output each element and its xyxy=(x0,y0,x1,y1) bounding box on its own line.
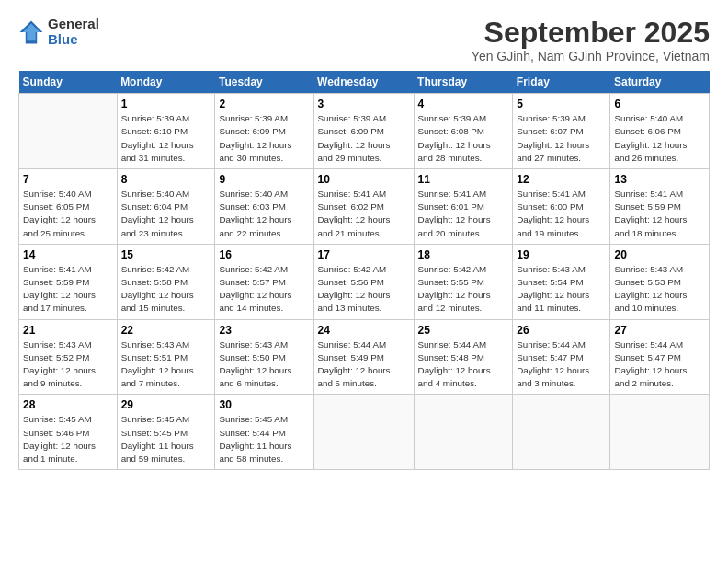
day-cell: 14Sunrise: 5:41 AMSunset: 5:59 PMDayligh… xyxy=(19,244,118,319)
day-info: Sunrise: 5:43 AMSunset: 5:54 PMDaylight:… xyxy=(517,263,606,316)
day-cell: 30Sunrise: 5:45 AMSunset: 5:44 PMDayligh… xyxy=(215,395,313,470)
day-info: Sunrise: 5:39 AMSunset: 6:09 PMDaylight:… xyxy=(318,112,410,165)
day-number: 23 xyxy=(219,324,309,337)
day-header-wednesday: Wednesday xyxy=(313,71,414,94)
day-cell: 15Sunrise: 5:42 AMSunset: 5:58 PMDayligh… xyxy=(117,244,215,319)
title-block: September 2025 Yen GJinh, Nam GJinh Prov… xyxy=(472,17,710,63)
day-number: 14 xyxy=(23,248,113,261)
day-cell: 12Sunrise: 5:41 AMSunset: 6:00 PMDayligh… xyxy=(513,169,610,245)
day-number: 12 xyxy=(517,173,606,186)
day-cell: 23Sunrise: 5:43 AMSunset: 5:50 PMDayligh… xyxy=(215,319,313,395)
day-cell: 24Sunrise: 5:44 AMSunset: 5:49 PMDayligh… xyxy=(313,319,414,395)
day-number: 19 xyxy=(517,248,606,261)
day-cell xyxy=(513,395,610,470)
day-header-saturday: Saturday xyxy=(610,71,710,94)
logo-text: General Blue xyxy=(48,17,99,47)
day-info: Sunrise: 5:42 AMSunset: 5:57 PMDaylight:… xyxy=(219,263,309,316)
day-info: Sunrise: 5:44 AMSunset: 5:47 PMDaylight:… xyxy=(517,339,606,391)
day-info: Sunrise: 5:39 AMSunset: 6:08 PMDaylight:… xyxy=(418,112,509,165)
day-number: 21 xyxy=(23,324,113,337)
day-number: 29 xyxy=(121,398,211,411)
day-number: 30 xyxy=(219,398,309,411)
day-header-friday: Friday xyxy=(513,71,610,94)
day-info: Sunrise: 5:40 AMSunset: 6:04 PMDaylight:… xyxy=(121,188,211,240)
week-row-4: 21Sunrise: 5:43 AMSunset: 5:52 PMDayligh… xyxy=(19,319,710,395)
day-info: Sunrise: 5:39 AMSunset: 6:07 PMDaylight:… xyxy=(517,112,606,165)
day-number: 2 xyxy=(219,98,309,110)
day-cell: 17Sunrise: 5:42 AMSunset: 5:56 PMDayligh… xyxy=(313,244,414,319)
day-cell: 11Sunrise: 5:41 AMSunset: 6:01 PMDayligh… xyxy=(414,169,513,245)
day-cell: 3Sunrise: 5:39 AMSunset: 6:09 PMDaylight… xyxy=(313,94,414,169)
day-info: Sunrise: 5:42 AMSunset: 5:58 PMDaylight:… xyxy=(121,263,211,316)
day-cell: 2Sunrise: 5:39 AMSunset: 6:09 PMDaylight… xyxy=(215,94,313,169)
week-row-1: 1Sunrise: 5:39 AMSunset: 6:10 PMDaylight… xyxy=(19,94,710,169)
day-info: Sunrise: 5:40 AMSunset: 6:03 PMDaylight:… xyxy=(219,188,309,240)
day-cell: 19Sunrise: 5:43 AMSunset: 5:54 PMDayligh… xyxy=(513,244,610,319)
day-number: 27 xyxy=(614,324,705,337)
day-cell: 20Sunrise: 5:43 AMSunset: 5:53 PMDayligh… xyxy=(610,244,710,319)
logo-blue: Blue xyxy=(48,32,99,48)
day-cell: 6Sunrise: 5:40 AMSunset: 6:06 PMDaylight… xyxy=(610,94,710,169)
day-info: Sunrise: 5:39 AMSunset: 6:09 PMDaylight:… xyxy=(219,112,309,165)
day-cell: 16Sunrise: 5:42 AMSunset: 5:57 PMDayligh… xyxy=(215,244,313,319)
day-number: 20 xyxy=(614,248,705,261)
day-number: 9 xyxy=(219,173,309,186)
day-number: 11 xyxy=(418,173,509,186)
day-info: Sunrise: 5:42 AMSunset: 5:55 PMDaylight:… xyxy=(418,263,509,316)
day-header-monday: Monday xyxy=(117,71,215,94)
day-info: Sunrise: 5:45 AMSunset: 5:46 PMDaylight:… xyxy=(23,413,113,465)
week-row-3: 14Sunrise: 5:41 AMSunset: 5:59 PMDayligh… xyxy=(19,244,710,319)
day-cell: 21Sunrise: 5:43 AMSunset: 5:52 PMDayligh… xyxy=(19,319,118,395)
day-number: 13 xyxy=(614,173,705,186)
day-cell: 5Sunrise: 5:39 AMSunset: 6:07 PMDaylight… xyxy=(513,94,610,169)
page: General Blue September 2025 Yen GJinh, N… xyxy=(0,0,728,479)
day-number: 10 xyxy=(318,173,410,186)
day-info: Sunrise: 5:44 AMSunset: 5:47 PMDaylight:… xyxy=(614,339,705,391)
day-number: 16 xyxy=(219,248,309,261)
day-cell: 22Sunrise: 5:43 AMSunset: 5:51 PMDayligh… xyxy=(117,319,215,395)
day-cell xyxy=(313,395,414,470)
day-info: Sunrise: 5:41 AMSunset: 5:59 PMDaylight:… xyxy=(23,263,113,316)
day-cell: 8Sunrise: 5:40 AMSunset: 6:04 PMDaylight… xyxy=(117,169,215,245)
day-info: Sunrise: 5:41 AMSunset: 5:59 PMDaylight:… xyxy=(614,188,705,240)
day-number: 28 xyxy=(23,398,113,411)
day-cell: 10Sunrise: 5:41 AMSunset: 6:02 PMDayligh… xyxy=(313,169,414,245)
day-cell: 7Sunrise: 5:40 AMSunset: 6:05 PMDaylight… xyxy=(19,169,118,245)
day-header-thursday: Thursday xyxy=(414,71,513,94)
day-cell: 9Sunrise: 5:40 AMSunset: 6:03 PMDaylight… xyxy=(215,169,313,245)
day-number: 22 xyxy=(121,324,211,337)
day-number: 18 xyxy=(418,248,509,261)
day-cell: 26Sunrise: 5:44 AMSunset: 5:47 PMDayligh… xyxy=(513,319,610,395)
week-row-5: 28Sunrise: 5:45 AMSunset: 5:46 PMDayligh… xyxy=(19,395,710,470)
day-number: 6 xyxy=(614,98,705,110)
day-info: Sunrise: 5:40 AMSunset: 6:05 PMDaylight:… xyxy=(23,188,113,240)
day-info: Sunrise: 5:43 AMSunset: 5:53 PMDaylight:… xyxy=(614,263,705,316)
logo-icon xyxy=(18,19,44,45)
day-cell: 27Sunrise: 5:44 AMSunset: 5:47 PMDayligh… xyxy=(610,319,710,395)
location: Yen GJinh, Nam GJinh Province, Vietnam xyxy=(472,49,710,63)
day-info: Sunrise: 5:41 AMSunset: 6:01 PMDaylight:… xyxy=(418,188,509,240)
day-info: Sunrise: 5:43 AMSunset: 5:50 PMDaylight:… xyxy=(219,339,309,391)
day-header-sunday: Sunday xyxy=(19,71,118,94)
day-cell: 1Sunrise: 5:39 AMSunset: 6:10 PMDaylight… xyxy=(117,94,215,169)
day-number: 8 xyxy=(121,173,211,186)
day-info: Sunrise: 5:39 AMSunset: 6:10 PMDaylight:… xyxy=(121,112,211,165)
header: General Blue September 2025 Yen GJinh, N… xyxy=(18,17,710,63)
day-cell xyxy=(610,395,710,470)
day-cell: 25Sunrise: 5:44 AMSunset: 5:48 PMDayligh… xyxy=(414,319,513,395)
day-number: 7 xyxy=(23,173,113,186)
day-info: Sunrise: 5:43 AMSunset: 5:52 PMDaylight:… xyxy=(23,339,113,391)
day-cell xyxy=(19,94,118,169)
day-cell: 28Sunrise: 5:45 AMSunset: 5:46 PMDayligh… xyxy=(19,395,118,470)
day-info: Sunrise: 5:40 AMSunset: 6:06 PMDaylight:… xyxy=(614,112,705,165)
day-number: 3 xyxy=(318,98,410,110)
day-cell: 18Sunrise: 5:42 AMSunset: 5:55 PMDayligh… xyxy=(414,244,513,319)
day-info: Sunrise: 5:45 AMSunset: 5:45 PMDaylight:… xyxy=(121,413,211,465)
day-cell xyxy=(414,395,513,470)
day-number: 17 xyxy=(318,248,410,261)
svg-marker-1 xyxy=(23,23,40,40)
day-cell: 29Sunrise: 5:45 AMSunset: 5:45 PMDayligh… xyxy=(117,395,215,470)
logo-general: General xyxy=(48,17,99,32)
day-info: Sunrise: 5:43 AMSunset: 5:51 PMDaylight:… xyxy=(121,339,211,391)
calendar-table: SundayMondayTuesdayWednesdayThursdayFrid… xyxy=(18,71,710,470)
